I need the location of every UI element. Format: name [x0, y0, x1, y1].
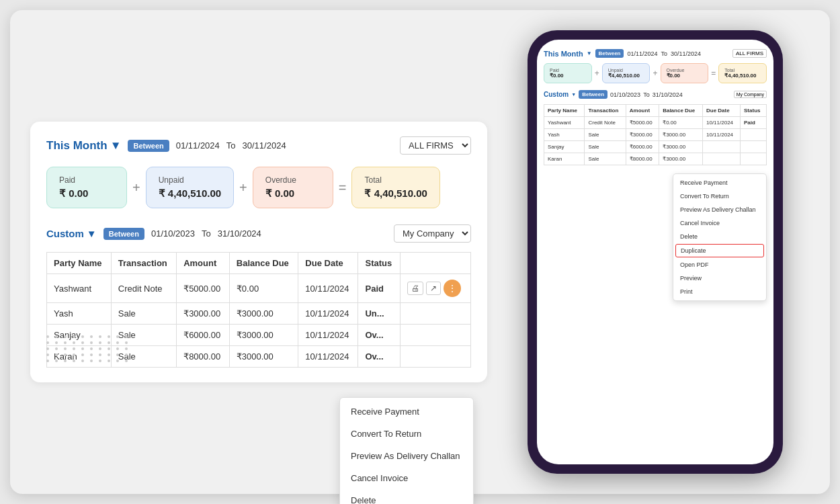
- phone-custom-chevron: ▼: [571, 92, 576, 97]
- total-card: Total ₹ 4,40,510.00: [351, 167, 439, 208]
- custom-selector[interactable]: Custom ▼: [46, 228, 97, 239]
- custom-label: Custom: [46, 228, 84, 239]
- phone-menu-preview[interactable]: Preview: [673, 271, 766, 285]
- date-from-1: 01/11/2024: [176, 140, 220, 151]
- phone-menu-preview-delivery[interactable]: Preview As Delivery Challan: [673, 203, 766, 216]
- decorative-dot: [73, 347, 75, 350]
- decorative-dot: [46, 347, 49, 350]
- phone-col-party: Party Name: [544, 105, 585, 117]
- decorative-dot: [55, 353, 58, 356]
- phone-menu-open-pdf[interactable]: Open PDF: [673, 258, 766, 271]
- balance-2: ₹3000.00: [229, 325, 298, 346]
- col-actions: [401, 253, 471, 274]
- party-0: Yashwant: [47, 274, 112, 303]
- paid-card: Paid ₹ 0.00: [46, 167, 127, 208]
- decorative-dot: [46, 335, 49, 338]
- decorative-dot: [116, 353, 119, 356]
- phone-balance-4: ₹3000.00: [659, 153, 703, 165]
- menu-cancel-invoice[interactable]: Cancel Invoice: [340, 467, 473, 489]
- phone-col-balance: Balance Due: [659, 105, 703, 117]
- menu-convert-return[interactable]: Convert To Return: [340, 423, 473, 445]
- phone-panel: This Month ▼ Between 01/11/2024 To 30/11…: [501, 24, 810, 480]
- filter-row-1: This Month ▼ Between 01/11/2024 To 30/11…: [46, 136, 471, 155]
- phone-menu-duplicate[interactable]: Duplicate: [675, 244, 764, 257]
- decorative-dot: [64, 347, 67, 350]
- firm-select-2[interactable]: My Company: [394, 224, 471, 243]
- due-date-3: 10/11/2024: [298, 346, 358, 368]
- phone-context-menu: Receive Payment Convert To Return Previe…: [673, 173, 767, 301]
- main-container: This Month ▼ Between 01/11/2024 To 30/11…: [10, 10, 830, 494]
- unpaid-label: Unpaid: [159, 175, 221, 185]
- phone-menu-convert[interactable]: Convert To Return: [673, 190, 766, 203]
- phone-date-to-1: 30/11/2024: [671, 50, 701, 57]
- decorative-dot: [73, 360, 75, 362]
- equals-icon: =: [339, 180, 347, 196]
- decorative-dots: [46, 335, 130, 362]
- phone-due-4: [702, 153, 740, 165]
- this-month-selector[interactable]: This Month ▼: [46, 139, 121, 153]
- decorative-dot: [46, 360, 49, 362]
- phone-paid-label: Paid: [550, 68, 586, 73]
- decorative-dot: [90, 353, 93, 356]
- due-date-2: 10/11/2024: [298, 325, 358, 346]
- col-transaction: Transaction: [111, 253, 176, 274]
- table-row: Yashwant Credit Note ₹5000.00 ₹0.00 10/1…: [47, 274, 471, 303]
- menu-delete[interactable]: Delete: [340, 489, 473, 504]
- phone-menu-delete[interactable]: Delete: [673, 230, 766, 243]
- phone-menu-receive[interactable]: Receive Payment: [673, 176, 766, 190]
- decorative-dot: [64, 341, 67, 344]
- decorative-dot: [46, 353, 49, 356]
- phone-balance-3: ₹3000.00: [659, 141, 703, 153]
- phone-status-4: [741, 153, 767, 165]
- custom-chevron-icon: ▼: [87, 228, 97, 239]
- phone-unpaid-value: ₹4,40,510.00: [608, 73, 644, 79]
- phone-menu-cancel[interactable]: Cancel Invoice: [673, 216, 766, 230]
- phone-total-value: ₹4,40,510.00: [724, 73, 761, 79]
- phone-total-label: Total: [724, 68, 761, 73]
- phone-overdue-value: ₹0.00: [667, 73, 703, 79]
- actions-2: [401, 325, 471, 346]
- custom-date-to: 31/10/2024: [218, 228, 261, 239]
- col-balance: Balance Due: [229, 253, 298, 274]
- overdue-label: Overdue: [265, 175, 321, 185]
- status-1: Un...: [358, 303, 401, 325]
- phone-unpaid-card: Unpaid ₹4,40,510.00: [602, 63, 650, 83]
- more-btn-0[interactable]: ⋮: [444, 280, 461, 297]
- menu-receive-payment[interactable]: Receive Payment: [340, 401, 473, 423]
- custom-date-from: 01/10/2023: [151, 228, 195, 239]
- chevron-down-icon: ▼: [110, 139, 122, 153]
- print-btn-0[interactable]: 🖨: [407, 282, 423, 295]
- decorative-dot: [64, 335, 67, 338]
- phone-table-row: Sanjay Sale ₹6000.00 ₹3000.00: [544, 141, 767, 153]
- overdue-value: ₹ 0.00: [265, 187, 321, 200]
- phone-col-due-date: Due Date: [702, 105, 740, 117]
- decorative-dot: [90, 341, 93, 344]
- custom-filter-row: Custom ▼ Between 01/10/2023 To 31/10/202…: [46, 224, 471, 243]
- table-row: Yash Sale ₹3000.00 ₹3000.00 10/11/2024 U…: [47, 303, 471, 325]
- phone-menu-print[interactable]: Print: [673, 285, 766, 298]
- party-1: Yash: [47, 303, 112, 325]
- summary-row-1: Paid ₹ 0.00 + Unpaid ₹ 4,40,510.00 + Ove…: [46, 167, 471, 208]
- phone-party-3: Sanjay: [544, 141, 585, 153]
- phone-table: Party Name Transaction Amount Balance Du…: [544, 104, 767, 165]
- share-btn-0[interactable]: ↗: [426, 282, 441, 295]
- between-badge-2: Between: [103, 228, 144, 240]
- decorative-dot: [125, 341, 128, 344]
- phone-custom-label: Custom: [544, 91, 569, 98]
- decorative-dot: [81, 341, 84, 344]
- menu-preview-delivery[interactable]: Preview As Delivery Challan: [340, 445, 473, 467]
- phone-eq: =: [711, 69, 716, 78]
- context-menu: Receive Payment Convert To Return Previe…: [339, 397, 474, 504]
- phone-party-4: Karan: [544, 153, 585, 165]
- decorative-dot: [125, 360, 128, 362]
- decorative-dot: [55, 335, 58, 338]
- phone-col-transaction: Transaction: [585, 105, 626, 117]
- firm-select-1[interactable]: ALL FIRMS: [400, 136, 471, 155]
- phone-status-2: [741, 129, 767, 141]
- decorative-dot: [125, 353, 128, 356]
- paid-label: Paid: [59, 175, 114, 185]
- due-date-1: 10/11/2024: [298, 303, 358, 325]
- phone-unpaid-label: Unpaid: [608, 68, 644, 73]
- phone-table-row: Karan Sale ₹8000.00 ₹3000.00: [544, 153, 767, 165]
- plus-icon-2: +: [239, 180, 247, 196]
